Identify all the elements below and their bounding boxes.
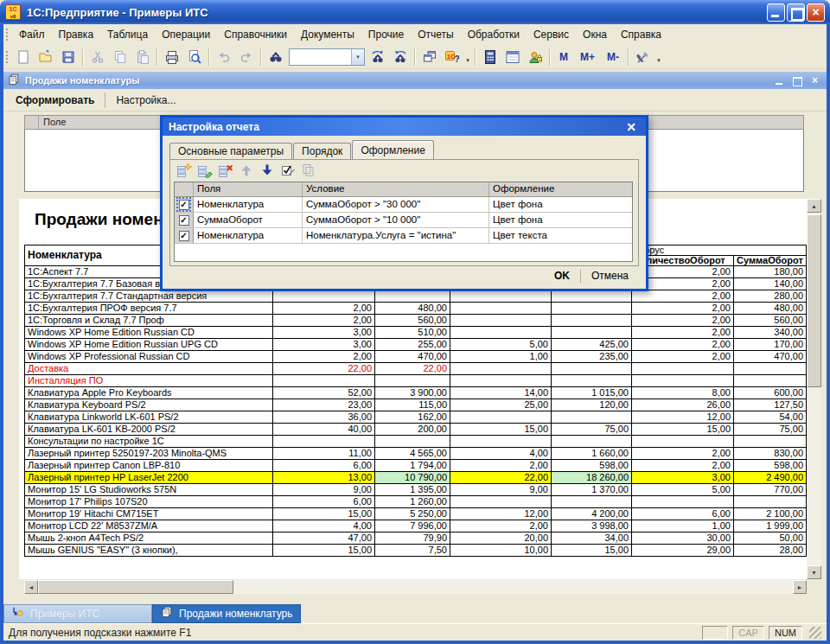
value-cell[interactable] — [632, 436, 734, 448]
item-name-cell[interactable]: Лазерный принтер 5250197-203 Minolta-QMS — [25, 448, 273, 460]
value-cell[interactable]: 10 790,00 — [375, 472, 450, 484]
ok-button[interactable]: OK — [544, 267, 580, 284]
menu-item-2[interactable]: Правка — [52, 26, 101, 43]
value-cell[interactable] — [273, 375, 375, 387]
value-cell[interactable]: 2,00 — [632, 303, 734, 315]
field-cell[interactable]: СуммаОборот — [194, 213, 303, 227]
value-cell[interactable]: 3,00 — [273, 327, 375, 339]
value-cell[interactable]: 26,00 — [632, 399, 734, 411]
value-cell[interactable]: 470,00 — [375, 351, 450, 363]
vertical-scrollbar[interactable]: ▲ ▼ — [807, 199, 821, 579]
item-name-cell[interactable]: Клавиатура Linkworld LK-601 PS/2 — [25, 411, 273, 424]
tab-examples-its[interactable]: Примеры ИТС — [3, 604, 152, 623]
item-name-cell[interactable]: Windows XP Professional Russian CD — [25, 351, 273, 363]
value-cell[interactable]: 2,00 — [632, 448, 734, 460]
checkbox-cell[interactable]: ✓ — [175, 228, 194, 243]
generate-button[interactable]: Сформировать — [7, 91, 103, 110]
value-cell[interactable]: 4 565,00 — [375, 448, 450, 460]
checkbox-cell[interactable]: ✓ — [175, 197, 194, 212]
value-cell[interactable]: 600,00 — [734, 387, 807, 399]
child-close-icon[interactable]: × — [808, 74, 822, 87]
combobox-dropdown-icon[interactable]: ▾ — [351, 49, 364, 65]
value-cell[interactable]: 9,00 — [450, 484, 552, 496]
value-cell[interactable]: 54,00 — [734, 411, 807, 424]
new-document-icon[interactable] — [12, 48, 35, 67]
menu-item-10[interactable]: Сервис — [527, 26, 576, 43]
value-cell[interactable]: 2 100,00 — [734, 508, 807, 520]
memory-subtract-button[interactable]: M- — [601, 51, 625, 63]
value-cell[interactable] — [450, 315, 552, 327]
value-cell[interactable] — [450, 327, 552, 339]
value-cell[interactable] — [273, 436, 375, 448]
value-cell[interactable] — [450, 496, 552, 508]
table-row[interactable]: Мышь 2-кноп A4Tech PS/247,0079,9020,0034… — [25, 532, 807, 545]
search-combobox[interactable]: ▾ — [289, 48, 365, 66]
item-name-cell[interactable]: Лазерный принтер HP LaserJet 2200 — [25, 472, 273, 484]
value-cell[interactable]: 5,00 — [450, 339, 552, 351]
calendar-icon[interactable] — [501, 48, 524, 67]
value-cell[interactable]: 2,00 — [632, 339, 734, 351]
dialog-close-icon[interactable]: ✕ — [622, 120, 640, 134]
value-cell[interactable]: 2,00 — [632, 351, 734, 363]
menu-grip-handle[interactable] — [5, 28, 9, 41]
find-next-icon[interactable] — [367, 48, 389, 67]
value-cell[interactable] — [450, 375, 552, 387]
value-cell[interactable] — [734, 363, 807, 375]
value-cell[interactable]: 280,00 — [734, 290, 807, 303]
table-row[interactable]: Windows XP Professional Russian CD2,0047… — [25, 351, 807, 363]
table-row[interactable]: Клавиатура Apple Pro Keyboards52,003 900… — [25, 387, 807, 399]
table-row[interactable]: 1С:Бухгалтерия ПРОФ версия 7.72,00480,00… — [25, 303, 807, 315]
item-name-cell[interactable]: Консультации по настройке 1С — [25, 436, 273, 448]
table-row[interactable]: Доставка22,0022,00 — [25, 363, 807, 375]
value-cell[interactable]: 2,00 — [273, 315, 375, 327]
sum-column-header[interactable]: СуммаОборот — [734, 256, 807, 266]
value-cell[interactable]: 480,00 — [734, 303, 807, 315]
value-cell[interactable] — [450, 436, 552, 448]
item-name-cell[interactable]: Мышь GENIUS "EASY" (3 кнопки), — [25, 545, 273, 557]
horizontal-scrollbar[interactable]: ◄ ► — [24, 580, 807, 594]
value-cell[interactable]: 79,90 — [375, 532, 450, 545]
item-name-cell[interactable]: 1С:Бухгалтерия 7.7 Стандартная версия — [25, 290, 273, 303]
value-cell[interactable] — [450, 303, 552, 315]
appearance-cell[interactable]: Цвет фона — [489, 213, 632, 227]
item-name-cell[interactable]: 1С:Бухгалтерия ПРОФ версия 7.7 — [25, 303, 273, 315]
value-cell[interactable]: 770,00 — [734, 484, 807, 496]
value-cell[interactable]: 30,00 — [632, 532, 734, 545]
value-cell[interactable]: 6,00 — [632, 508, 734, 520]
tab-order[interactable]: Порядок — [293, 143, 351, 159]
item-name-cell[interactable]: Клавиатура LK-601 KB-2000 PS/2 — [25, 424, 273, 436]
table-row[interactable]: Клавиатура LK-601 KB-2000 PS/240,00200,0… — [25, 424, 807, 436]
value-cell[interactable] — [552, 315, 632, 327]
item-name-cell[interactable]: Windows XP Home Edition Russian UPG CD — [25, 339, 273, 351]
table-row[interactable]: Мышь GENIUS "EASY" (3 кнопки),15,007,501… — [25, 545, 807, 557]
value-cell[interactable]: 22,00 — [450, 472, 552, 484]
table-row[interactable]: Windows XP Home Edition Russian CD3,0051… — [25, 327, 807, 339]
value-cell[interactable]: 598,00 — [734, 460, 807, 472]
save-icon[interactable] — [57, 48, 80, 67]
value-cell[interactable]: 480,00 — [375, 303, 450, 315]
value-cell[interactable] — [273, 290, 375, 303]
value-cell[interactable]: 127,50 — [734, 399, 807, 411]
value-cell[interactable]: 13,00 — [273, 472, 375, 484]
value-cell[interactable]: 120,00 — [552, 399, 632, 411]
appearance-cell[interactable]: Цвет фона — [489, 197, 632, 212]
table-row[interactable]: Консультации по настройке 1С — [25, 436, 807, 448]
edit-row-icon[interactable] — [195, 162, 215, 179]
value-cell[interactable]: 140,00 — [734, 278, 807, 290]
value-cell[interactable]: 29,00 — [632, 545, 734, 557]
value-cell[interactable] — [552, 375, 632, 387]
value-cell[interactable]: 6,00 — [273, 496, 375, 508]
condition-cell[interactable]: СуммаОборот > "30 000" — [303, 197, 489, 212]
move-up-icon[interactable] — [236, 162, 257, 179]
item-name-cell[interactable]: Windows XP Home Edition Russian CD — [25, 327, 273, 339]
table-row[interactable]: Клавиатура Linkworld LK-601 PS/236,00162… — [25, 411, 807, 424]
tools-icon[interactable] — [632, 48, 654, 67]
value-cell[interactable]: 47,00 — [273, 532, 375, 545]
add-row-icon[interactable] — [174, 162, 195, 179]
value-cell[interactable]: 2,00 — [273, 303, 375, 315]
menu-item-11[interactable]: Окна — [576, 26, 614, 43]
menu-item-12[interactable]: Справка — [614, 26, 668, 43]
value-cell[interactable]: 3,00 — [632, 472, 734, 484]
menu-item-8[interactable]: Отчеты — [411, 26, 460, 43]
toolbar-grip-handle[interactable] — [5, 50, 9, 64]
